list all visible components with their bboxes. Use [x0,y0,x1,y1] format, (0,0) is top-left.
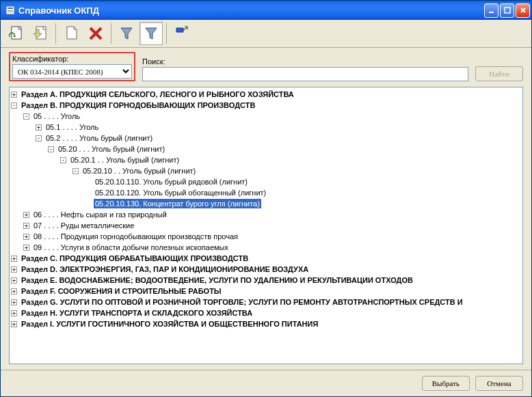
toolbar-delete-button[interactable] [84,22,107,45]
tree-node-row[interactable]: -05.2 . . . . Уголь бурый (лигнит) [36,133,523,143]
expand-icon[interactable]: + [11,92,17,98]
collapse-icon[interactable]: - [72,168,79,174]
search-label: Поиск: [142,57,468,66]
cancel-button[interactable]: Отмена [475,376,523,391]
app-icon [5,5,16,16]
tree-node: -05.20.1 . . Уголь бурый (лигнит)-05.20.… [60,154,523,209]
toolbar-filter-button[interactable] [115,22,138,45]
expand-icon[interactable]: + [11,266,17,273]
funnel-icon [118,25,135,42]
tree-node-label[interactable]: 05.2 . . . . Уголь бурый (лигнит) [44,133,154,143]
tree-node-row[interactable]: +Раздел I. УСЛУГИ ГОСТИНИЧНОГО ХОЗЯЙСТВА… [11,318,523,329]
toolbar [1,20,531,48]
tree-node-row[interactable]: 05.20.10.110. Уголь бурый рядовой (лигни… [85,176,523,187]
expand-icon[interactable]: + [23,223,29,229]
expand-icon[interactable]: + [11,288,17,295]
toolbar-new-button[interactable] [59,22,83,45]
minimize-button[interactable] [484,3,498,18]
svg-rect-4 [489,12,494,13]
tree-node: +07 . . . . Руды металлические [23,220,523,231]
tree-node-row[interactable]: +Раздел A. ПРОДУКЦИЯ СЕЛЬСКОГО, ЛЕСНОГО … [11,89,523,100]
tree-node-label[interactable]: 05.20.10.110. Уголь бурый рядовой (лигни… [94,177,249,187]
expand-icon[interactable]: + [23,234,29,240]
tree-node: +06 . . . . Нефть сырая и газ природный [23,209,523,220]
tree-node-row[interactable]: +05.1 . . . . Уголь [36,122,523,133]
tree-children: -05 . . . . Уголь+05.1 . . . . Уголь-05.… [11,111,523,253]
titlebar[interactable]: Справочник ОКПД [1,1,531,20]
tree-node-row[interactable]: 05.20.10.120. Уголь бурый обогащенный (л… [85,187,523,198]
tree-node-label[interactable]: 05 . . . . Уголь [32,111,81,121]
funnel-clear-icon [143,25,159,42]
toolbar-tag-button[interactable] [170,22,194,45]
collapse-icon[interactable]: - [60,157,66,163]
x-icon [88,25,104,42]
tree-node-row[interactable]: +07 . . . . Руды металлические [23,220,523,231]
close-button[interactable] [516,3,530,18]
tree-node: +Раздел G. УСЛУГИ ПО ОПТОВОЙ И РОЗНИЧНОЙ… [11,297,523,307]
footer: Выбрать Отмена [1,370,531,396]
tree-node-label[interactable]: Раздел E. ВОДОСНАБЖЕНИЕ; ВОДООТВЕДЕНИЕ, … [20,275,414,285]
expand-icon[interactable]: + [11,277,17,284]
blank-document-icon [63,25,79,42]
tree-node-row[interactable]: -05.20.10 . . Уголь бурый (лигнит) [72,165,523,176]
select-button[interactable]: Выбрать [422,376,470,391]
toolbar-refresh-button[interactable] [4,22,27,45]
tree-node-row[interactable]: +06 . . . . Нефть сырая и газ природный [23,209,523,220]
expand-icon[interactable]: + [36,124,42,131]
tree-node-label[interactable]: Раздел A. ПРОДУКЦИЯ СЕЛЬСКОГО, ЛЕСНОГО И… [20,90,295,99]
expand-icon[interactable]: + [11,299,17,305]
tree-node-row[interactable]: -05.20 . . . Уголь бурый (лигнит) [48,143,523,154]
tree-node-label[interactable]: Раздел H. УСЛУГИ ТРАНСПОРТА И СКЛАДСКОГО… [20,308,254,318]
tree-node-label[interactable]: Раздел G. УСЛУГИ ПО ОПТОВОЙ И РОЗНИЧНОЙ … [20,297,464,307]
tree-node-row[interactable]: +09 . . . . Услуги в области добычи поле… [23,242,523,253]
expand-icon[interactable]: + [11,256,17,262]
tree-node-label[interactable]: Раздел C. ПРОДУКЦИЯ ОБРАБАТЫВАЮЩИХ ПРОИЗ… [20,254,250,263]
collapse-icon[interactable]: - [48,146,54,152]
tree-node-label[interactable]: 05.20.10.120. Уголь бурый обогащенный (л… [94,188,267,197]
tree-node-row[interactable]: -Раздел B. ПРОДУКЦИЯ ГОРНОДОБЫВАЮЩИХ ПРО… [11,100,523,111]
tree-node-label[interactable]: 07 . . . . Руды металлические [32,221,135,230]
tree-node-row[interactable]: -05.20.1 . . Уголь бурый (лигнит) [60,154,523,165]
tree-children: -05.20 . . . Уголь бурый (лигнит)-05.20.… [36,143,523,209]
tree-node: -05.20.10 . . Уголь бурый (лигнит)05.20.… [72,165,523,209]
tree-node-label[interactable]: 09 . . . . Услуги в области добычи полез… [32,243,230,252]
tree-node-row[interactable]: 05.20.10.130. Концентрат бурого угля (ли… [85,198,523,209]
tree-node-label[interactable]: 05.20 . . . Уголь бурый (лигнит) [57,144,166,154]
tree-node-label[interactable]: 05.20.10 . . Уголь бурый (лигнит) [81,166,197,176]
tree-node-row[interactable]: +08 . . . . Продукция горнодобывающих пр… [23,231,523,242]
expand-icon[interactable]: + [23,245,29,251]
tree-node-row[interactable]: +Раздел F. СООРУЖЕНИЯ И СТРОИТЕЛЬНЫЕ РАБ… [11,286,523,297]
tree-node-row[interactable]: +Раздел H. УСЛУГИ ТРАНСПОРТА И СКЛАДСКОГ… [11,307,523,318]
toolbar-filter-clear-button[interactable] [139,22,163,45]
maximize-button[interactable] [500,3,514,18]
collapse-icon[interactable]: - [11,102,17,109]
tree-node-row[interactable]: -05 . . . . Уголь [23,111,523,122]
find-button[interactable]: Найти [475,66,523,81]
tree-node-label[interactable]: Раздел B. ПРОДУКЦИЯ ГОРНОДОБЫВАЮЩИХ ПРОИ… [20,100,256,110]
tree-node-label[interactable]: 05.1 . . . . Уголь [44,122,100,132]
expand-icon[interactable]: + [23,212,29,218]
tree-node-label[interactable]: 06 . . . . Нефть сырая и газ природный [32,210,168,219]
tree-node-label[interactable]: 08 . . . . Продукция горнодобывающих про… [32,232,239,241]
tree-panel[interactable]: +Раздел A. ПРОДУКЦИЯ СЕЛЬСКОГО, ЛЕСНОГО … [9,87,523,364]
toolbar-export-button[interactable] [29,22,52,45]
expand-icon[interactable]: + [11,321,17,327]
blue-tag-icon [174,25,190,42]
search-input[interactable] [142,67,468,81]
tree-node-label[interactable]: Раздел F. СООРУЖЕНИЯ И СТРОИТЕЛЬНЫЕ РАБО… [20,286,223,296]
expand-icon[interactable]: + [11,310,17,316]
tree-node-row[interactable]: +Раздел G. УСЛУГИ ПО ОПТОВОЙ И РОЗНИЧНОЙ… [11,297,523,307]
tree-node-label[interactable]: Раздел I. УСЛУГИ ГОСТИНИЧНОГО ХОЗЯЙСТВА … [20,319,319,329]
tree-node: -05.20 . . . Уголь бурый (лигнит)-05.20.… [48,143,523,209]
tree-children: -05.20.1 . . Уголь бурый (лигнит)-05.20.… [48,154,523,209]
tree-node-row[interactable]: +Раздел D. ЭЛЕКТРОЭНЕРГИЯ, ГАЗ, ПАР И КО… [11,264,523,275]
tree-node-row[interactable]: +Раздел C. ПРОДУКЦИЯ ОБРАБАТЫВАЮЩИХ ПРОИ… [11,253,523,264]
tree-node-label[interactable]: Раздел D. ЭЛЕКТРОЭНЕРГИЯ, ГАЗ, ПАР И КОН… [20,264,310,274]
classifier-select[interactable]: ОК 034-2014 (КПЕС 2008) [12,64,132,79]
collapse-icon[interactable]: - [23,113,29,120]
tree-node-row[interactable]: +Раздел E. ВОДОСНАБЖЕНИЕ; ВОДООТВЕДЕНИЕ,… [11,275,523,286]
filter-row: Классификатор: ОК 034-2014 (КПЕС 2008) П… [1,48,531,85]
collapse-icon[interactable]: - [36,135,42,141]
tree-node-label[interactable]: 05.20.10.130. Концентрат бурого угля (ли… [94,199,261,208]
tree-node-label[interactable]: 05.20.1 . . Уголь бурый (лигнит) [69,155,181,165]
